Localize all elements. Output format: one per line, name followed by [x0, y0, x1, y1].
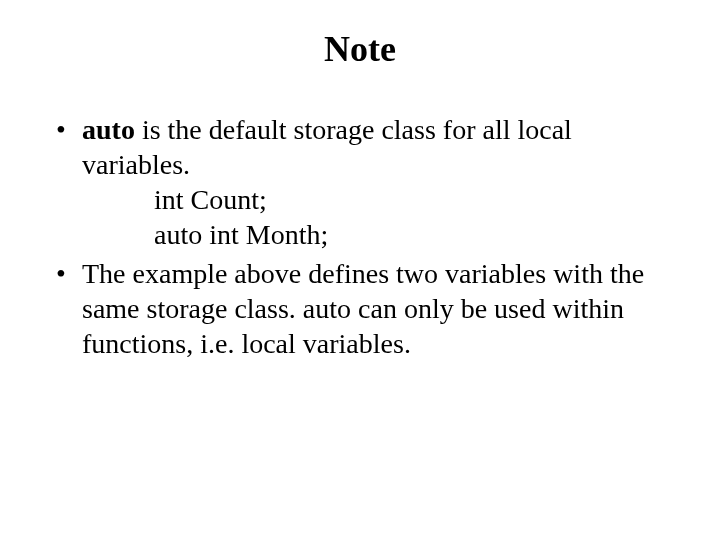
slide-title: Note	[0, 0, 720, 80]
bullet-text: is the default storage class for all loc…	[82, 114, 572, 180]
bullet-item: The example above defines two variables …	[50, 256, 670, 361]
keyword-auto: auto	[82, 114, 135, 145]
slide-body: auto is the default storage class for al…	[0, 80, 720, 361]
bullet-text: The example above defines two variables …	[82, 258, 644, 359]
bullet-list: auto is the default storage class for al…	[50, 112, 670, 361]
slide: Note auto is the default storage class f…	[0, 0, 720, 540]
code-line: int Count;	[82, 182, 670, 217]
bullet-item: auto is the default storage class for al…	[50, 112, 670, 252]
code-line: auto int Month;	[82, 217, 670, 252]
